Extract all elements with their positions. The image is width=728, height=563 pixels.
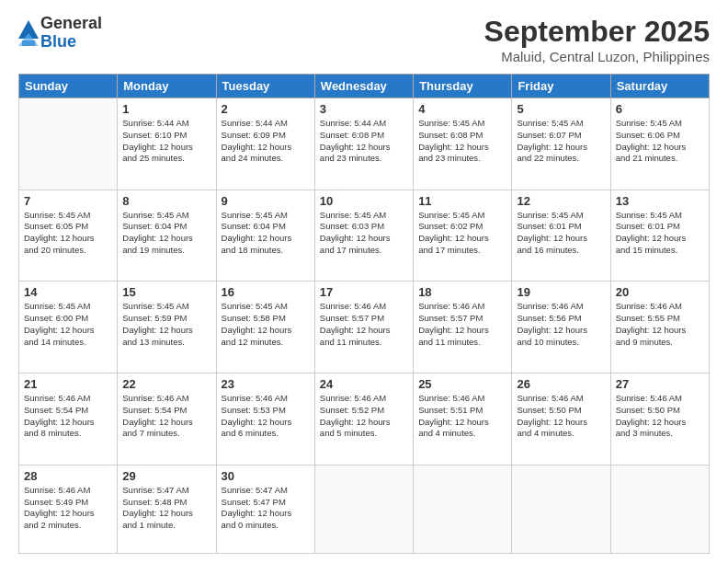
calendar-cell: [610, 465, 709, 553]
day-number: 5: [517, 102, 605, 116]
day-info: Sunrise: 5:46 AMSunset: 5:53 PMDaylight:…: [222, 393, 310, 440]
day-number: 19: [517, 285, 605, 299]
calendar-cell: 10Sunrise: 5:45 AMSunset: 6:03 PMDayligh…: [314, 190, 413, 282]
calendar-cell: 23Sunrise: 5:46 AMSunset: 5:53 PMDayligh…: [216, 373, 314, 465]
location-subtitle: Maluid, Central Luzon, Philippines: [484, 49, 710, 64]
day-info: Sunrise: 5:45 AMSunset: 5:58 PMDaylight:…: [222, 301, 310, 348]
logo-blue: Blue: [40, 33, 102, 52]
day-number: 10: [320, 194, 408, 208]
calendar-cell: 14Sunrise: 5:45 AMSunset: 6:00 PMDayligh…: [19, 282, 118, 373]
day-number: 15: [122, 285, 210, 299]
calendar-cell: 9Sunrise: 5:45 AMSunset: 6:04 PMDaylight…: [216, 190, 314, 282]
logo: General Blue: [18, 15, 102, 52]
calendar-cell: 7Sunrise: 5:45 AMSunset: 6:05 PMDaylight…: [19, 190, 118, 282]
day-info: Sunrise: 5:45 AMSunset: 6:04 PMDaylight:…: [122, 210, 210, 257]
day-info: Sunrise: 5:45 AMSunset: 6:05 PMDaylight:…: [24, 210, 112, 257]
day-number: 21: [24, 377, 112, 391]
calendar-cell: 22Sunrise: 5:46 AMSunset: 5:54 PMDayligh…: [118, 373, 216, 465]
logo-general: General: [40, 15, 102, 33]
week-row-2: 7Sunrise: 5:45 AMSunset: 6:05 PMDaylight…: [19, 190, 710, 282]
day-number: 13: [616, 194, 704, 208]
weekday-header-row: Sunday Monday Tuesday Wednesday Thursday…: [19, 75, 710, 98]
calendar-cell: 1Sunrise: 5:44 AMSunset: 6:10 PMDaylight…: [118, 98, 216, 190]
week-row-1: 1Sunrise: 5:44 AMSunset: 6:10 PMDaylight…: [19, 98, 710, 190]
calendar-cell: 29Sunrise: 5:47 AMSunset: 5:48 PMDayligh…: [118, 465, 216, 553]
day-info: Sunrise: 5:44 AMSunset: 6:10 PMDaylight:…: [122, 118, 210, 165]
day-info: Sunrise: 5:45 AMSunset: 6:00 PMDaylight:…: [24, 301, 112, 348]
page-header: General Blue September 2025 Maluid, Cent…: [18, 15, 710, 64]
logo-text: General Blue: [40, 15, 102, 52]
calendar-cell: [19, 98, 118, 190]
calendar-cell: [314, 465, 413, 553]
header-thursday: Thursday: [414, 75, 512, 98]
day-number: 9: [222, 194, 310, 208]
day-number: 26: [517, 377, 605, 391]
day-number: 18: [418, 285, 506, 299]
calendar-cell: 19Sunrise: 5:46 AMSunset: 5:56 PMDayligh…: [512, 282, 610, 373]
calendar-cell: 17Sunrise: 5:46 AMSunset: 5:57 PMDayligh…: [314, 282, 413, 373]
calendar-cell: 2Sunrise: 5:44 AMSunset: 6:09 PMDaylight…: [216, 98, 314, 190]
calendar-cell: 13Sunrise: 5:45 AMSunset: 6:01 PMDayligh…: [610, 190, 709, 282]
calendar-cell: 4Sunrise: 5:45 AMSunset: 6:08 PMDaylight…: [414, 98, 512, 190]
month-title: September 2025: [484, 15, 710, 49]
day-number: 24: [320, 377, 408, 391]
day-info: Sunrise: 5:47 AMSunset: 5:47 PMDaylight:…: [222, 485, 310, 532]
day-info: Sunrise: 5:46 AMSunset: 5:55 PMDaylight:…: [616, 301, 704, 348]
day-info: Sunrise: 5:46 AMSunset: 5:50 PMDaylight:…: [616, 393, 704, 440]
header-monday: Monday: [118, 75, 216, 98]
day-number: 23: [222, 377, 310, 391]
week-row-3: 14Sunrise: 5:45 AMSunset: 6:00 PMDayligh…: [19, 282, 710, 373]
day-info: Sunrise: 5:45 AMSunset: 6:04 PMDaylight:…: [222, 210, 310, 257]
header-friday: Friday: [512, 75, 610, 98]
day-number: 2: [222, 102, 310, 116]
day-number: 30: [222, 469, 310, 483]
day-number: 22: [122, 377, 210, 391]
day-number: 6: [616, 102, 704, 116]
day-info: Sunrise: 5:46 AMSunset: 5:49 PMDaylight:…: [24, 485, 112, 532]
calendar-cell: 8Sunrise: 5:45 AMSunset: 6:04 PMDaylight…: [118, 190, 216, 282]
calendar-cell: 25Sunrise: 5:46 AMSunset: 5:51 PMDayligh…: [414, 373, 512, 465]
day-info: Sunrise: 5:45 AMSunset: 5:59 PMDaylight:…: [122, 301, 210, 348]
day-info: Sunrise: 5:46 AMSunset: 5:57 PMDaylight:…: [320, 301, 408, 348]
day-number: 17: [320, 285, 408, 299]
calendar-cell: 24Sunrise: 5:46 AMSunset: 5:52 PMDayligh…: [314, 373, 413, 465]
day-number: 20: [616, 285, 704, 299]
calendar-cell: 15Sunrise: 5:45 AMSunset: 5:59 PMDayligh…: [118, 282, 216, 373]
day-info: Sunrise: 5:45 AMSunset: 6:06 PMDaylight:…: [616, 118, 704, 165]
day-info: Sunrise: 5:46 AMSunset: 5:54 PMDaylight:…: [122, 393, 210, 440]
day-number: 28: [24, 469, 112, 483]
day-info: Sunrise: 5:45 AMSunset: 6:01 PMDaylight:…: [616, 210, 704, 257]
day-info: Sunrise: 5:45 AMSunset: 6:03 PMDaylight:…: [320, 210, 408, 257]
day-number: 27: [616, 377, 704, 391]
day-number: 29: [122, 469, 210, 483]
header-sunday: Sunday: [19, 75, 118, 98]
day-number: 25: [418, 377, 506, 391]
calendar-cell: [512, 465, 610, 553]
day-info: Sunrise: 5:46 AMSunset: 5:56 PMDaylight:…: [517, 301, 605, 348]
calendar-cell: 11Sunrise: 5:45 AMSunset: 6:02 PMDayligh…: [414, 190, 512, 282]
week-row-5: 28Sunrise: 5:46 AMSunset: 5:49 PMDayligh…: [19, 465, 710, 553]
day-info: Sunrise: 5:45 AMSunset: 6:07 PMDaylight:…: [517, 118, 605, 165]
day-number: 12: [517, 194, 605, 208]
day-info: Sunrise: 5:45 AMSunset: 6:01 PMDaylight:…: [517, 210, 605, 257]
day-info: Sunrise: 5:46 AMSunset: 5:54 PMDaylight:…: [24, 393, 112, 440]
calendar-cell: 26Sunrise: 5:46 AMSunset: 5:50 PMDayligh…: [512, 373, 610, 465]
day-info: Sunrise: 5:46 AMSunset: 5:52 PMDaylight:…: [320, 393, 408, 440]
calendar-cell: [414, 465, 512, 553]
day-number: 14: [24, 285, 112, 299]
calendar-cell: 28Sunrise: 5:46 AMSunset: 5:49 PMDayligh…: [19, 465, 118, 553]
day-number: 8: [122, 194, 210, 208]
logo-icon: [18, 20, 39, 46]
day-info: Sunrise: 5:45 AMSunset: 6:02 PMDaylight:…: [418, 210, 506, 257]
header-saturday: Saturday: [610, 75, 709, 98]
day-info: Sunrise: 5:44 AMSunset: 6:09 PMDaylight:…: [222, 118, 310, 165]
day-number: 16: [222, 285, 310, 299]
day-number: 7: [24, 194, 112, 208]
calendar-cell: 21Sunrise: 5:46 AMSunset: 5:54 PMDayligh…: [19, 373, 118, 465]
day-number: 3: [320, 102, 408, 116]
day-info: Sunrise: 5:46 AMSunset: 5:50 PMDaylight:…: [517, 393, 605, 440]
header-tuesday: Tuesday: [216, 75, 314, 98]
calendar-cell: 30Sunrise: 5:47 AMSunset: 5:47 PMDayligh…: [216, 465, 314, 553]
day-number: 4: [418, 102, 506, 116]
header-wednesday: Wednesday: [314, 75, 413, 98]
